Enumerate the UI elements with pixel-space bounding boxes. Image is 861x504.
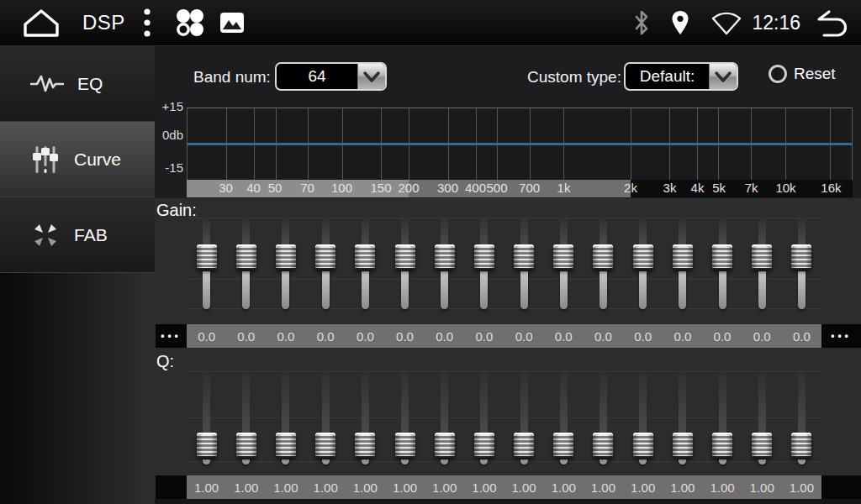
q-slider[interactable] <box>425 368 464 470</box>
slider-track-lower[interactable] <box>441 271 448 309</box>
slider-track-upper[interactable] <box>203 372 210 433</box>
q-slider[interactable] <box>306 368 346 470</box>
slider-knob[interactable] <box>355 244 375 270</box>
slider-track-lower[interactable] <box>242 459 250 465</box>
slider-track-lower[interactable] <box>282 459 289 465</box>
sidebar-item-curve[interactable]: Curve <box>0 122 155 197</box>
slider-track-lower[interactable] <box>798 271 806 309</box>
slider-track-lower[interactable] <box>322 271 330 309</box>
q-slider[interactable] <box>266 368 305 470</box>
slider-track-upper[interactable] <box>719 218 726 244</box>
slider-knob[interactable] <box>276 433 296 458</box>
gain-slider[interactable] <box>663 217 702 318</box>
slider-track-upper[interactable] <box>798 218 806 244</box>
slider-track-upper[interactable] <box>203 218 210 244</box>
gallery-icon[interactable] <box>219 12 245 34</box>
slider-track-upper[interactable] <box>282 372 289 433</box>
slider-track-upper[interactable] <box>758 218 766 244</box>
slider-track-upper[interactable] <box>322 218 330 244</box>
gain-scroll-left-button[interactable]: ••• <box>156 324 187 348</box>
slider-knob[interactable] <box>435 433 455 458</box>
slider-track-upper[interactable] <box>480 372 488 433</box>
slider-track-lower[interactable] <box>600 459 607 465</box>
gain-slider[interactable] <box>464 217 504 318</box>
slider-track-lower[interactable] <box>679 271 686 309</box>
slider-knob[interactable] <box>593 433 613 458</box>
slider-track-upper[interactable] <box>679 218 686 244</box>
slider-track-upper[interactable] <box>441 372 448 433</box>
q-slider[interactable] <box>584 368 623 470</box>
slider-knob[interactable] <box>435 244 455 270</box>
slider-track-lower[interactable] <box>520 271 528 309</box>
reset-radio-icon[interactable] <box>769 65 787 83</box>
q-slider[interactable] <box>187 368 226 470</box>
slider-knob[interactable] <box>593 244 613 270</box>
q-slider[interactable] <box>346 368 385 470</box>
slider-knob[interactable] <box>633 433 653 458</box>
slider-track-lower[interactable] <box>362 271 369 309</box>
slider-track-lower[interactable] <box>203 271 210 309</box>
slider-track-lower[interactable] <box>242 271 250 309</box>
slider-track-lower[interactable] <box>282 271 289 309</box>
slider-track-lower[interactable] <box>401 271 409 309</box>
slider-track-upper[interactable] <box>441 218 448 244</box>
q-slider[interactable] <box>226 368 266 470</box>
slider-track-lower[interactable] <box>719 271 726 309</box>
slider-track-lower[interactable] <box>362 459 369 465</box>
slider-knob[interactable] <box>553 244 573 270</box>
slider-track-upper[interactable] <box>600 372 607 433</box>
chevron-down-icon[interactable] <box>357 64 385 89</box>
gain-slider[interactable] <box>425 217 464 318</box>
slider-track-lower[interactable] <box>639 459 647 465</box>
slider-knob[interactable] <box>514 244 534 270</box>
sidebar-item-eq[interactable]: EQ <box>0 46 155 122</box>
slider-track-upper[interactable] <box>242 218 250 244</box>
custom-type-select[interactable]: Default: <box>624 62 738 91</box>
slider-knob[interactable] <box>315 433 335 458</box>
slider-knob[interactable] <box>197 433 217 458</box>
slider-track-upper[interactable] <box>758 372 766 433</box>
slider-knob[interactable] <box>197 244 217 270</box>
gain-slider[interactable] <box>623 217 663 318</box>
gain-slider[interactable] <box>306 217 346 318</box>
gain-slider[interactable] <box>782 217 821 318</box>
slider-knob[interactable] <box>633 244 653 270</box>
slider-knob[interactable] <box>712 433 732 458</box>
slider-track-upper[interactable] <box>639 218 647 244</box>
slider-track-lower[interactable] <box>480 459 488 465</box>
slider-knob[interactable] <box>514 433 534 458</box>
gain-slider[interactable] <box>702 217 742 318</box>
gain-slider[interactable] <box>226 217 266 318</box>
gain-slider[interactable] <box>504 217 544 318</box>
slider-track-lower[interactable] <box>639 271 647 309</box>
slider-track-upper[interactable] <box>401 372 409 433</box>
q-slider[interactable] <box>385 368 425 470</box>
q-slider[interactable] <box>742 368 782 470</box>
slider-knob[interactable] <box>236 244 256 270</box>
slider-track-lower[interactable] <box>798 459 806 465</box>
slider-knob[interactable] <box>315 244 335 270</box>
slider-track-upper[interactable] <box>679 372 686 433</box>
apps-clover-icon[interactable] <box>174 8 204 38</box>
slider-track-upper[interactable] <box>560 218 568 244</box>
slider-track-lower[interactable] <box>560 459 568 465</box>
q-slider[interactable] <box>663 368 702 470</box>
gain-slider[interactable] <box>584 217 623 318</box>
slider-knob[interactable] <box>791 244 811 270</box>
slider-track-lower[interactable] <box>203 459 210 465</box>
band-num-select[interactable]: 64 <box>275 62 387 91</box>
slider-knob[interactable] <box>276 244 296 270</box>
slider-track-lower[interactable] <box>480 271 488 309</box>
gain-slider[interactable] <box>544 217 584 318</box>
slider-track-upper[interactable] <box>639 372 647 433</box>
gain-scroll-right-button[interactable]: ••• <box>821 324 861 348</box>
sidebar-item-fab[interactable]: FAB <box>0 197 155 273</box>
slider-knob[interactable] <box>673 433 693 458</box>
slider-track-upper[interactable] <box>600 218 607 244</box>
back-icon[interactable] <box>814 8 849 38</box>
slider-knob[interactable] <box>752 244 772 270</box>
slider-knob[interactable] <box>236 433 256 458</box>
q-slider[interactable] <box>504 368 544 470</box>
slider-knob[interactable] <box>474 433 494 458</box>
q-slider[interactable] <box>544 368 584 470</box>
